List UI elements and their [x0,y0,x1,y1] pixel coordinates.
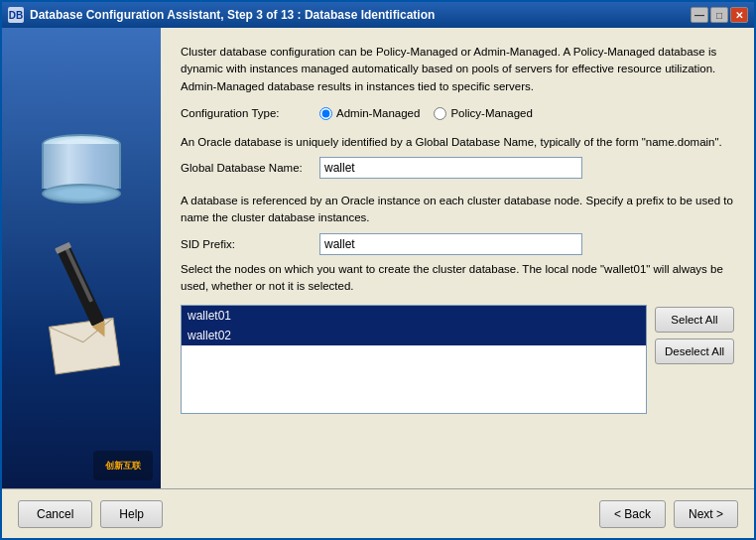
cancel-button[interactable]: Cancel [18,500,92,528]
sid-input[interactable] [319,233,582,255]
right-panel: Cluster database configuration can be Po… [161,28,754,488]
main-window: DB Database Configuration Assistant, Ste… [0,0,756,540]
app-icon: DB [8,7,24,23]
database-graphic [42,134,121,194]
policy-managed-option[interactable]: Policy-Managed [434,107,532,120]
left-panel: 创新互联 [2,28,161,488]
help-button[interactable]: Help [100,500,163,528]
list-item[interactable]: wallet02 [182,326,646,345]
footer-left-buttons: Cancel Help [18,500,163,528]
nodes-section: wallet01 wallet02 Select All Deselect Al… [181,305,734,478]
maximize-button[interactable]: □ [710,7,728,23]
global-db-row: Global Database Name: [181,157,734,179]
svg-rect-0 [50,318,120,374]
select-all-button[interactable]: Select All [655,307,734,333]
sid-row: SID Prefix: [181,233,734,255]
left-panel-image [12,99,151,417]
sid-description: A database is referenced by an Oracle in… [181,193,734,227]
watermark: 创新互联 [93,451,153,480]
nodes-description: Select the nodes on which you want to cr… [181,261,734,296]
close-button[interactable]: ✕ [730,7,748,23]
svg-rect-3 [57,244,105,327]
config-type-label: Configuration Type: [181,107,319,119]
deselect-all-button[interactable]: Deselect All [655,338,734,364]
nodes-list-container: wallet01 wallet02 [181,305,647,478]
window-title: Database Configuration Assistant, Step 3… [30,8,691,22]
config-type-radio-group: Admin-Managed Policy-Managed [319,107,533,120]
policy-managed-label: Policy-Managed [450,107,532,119]
policy-managed-radio[interactable] [434,107,446,120]
admin-managed-radio[interactable] [319,107,332,120]
footer: Cancel Help < Back Next > [2,488,754,538]
admin-managed-option[interactable]: Admin-Managed [319,107,420,120]
footer-right-buttons: < Back Next > [599,500,738,528]
content-area: 创新互联 Cluster database configuration can … [2,28,754,488]
global-db-input[interactable] [319,157,582,179]
pen-graphic [22,223,141,382]
next-button[interactable]: Next > [674,500,738,528]
back-button[interactable]: < Back [599,500,666,528]
global-db-description: An Oracle database is uniquely identifie… [181,134,734,151]
intro-description: Cluster database configuration can be Po… [181,44,734,95]
nodes-list[interactable]: wallet01 wallet02 [181,305,647,414]
cylinder-bottom [42,184,121,203]
titlebar: DB Database Configuration Assistant, Ste… [2,2,754,28]
cylinder-body [42,144,121,189]
list-item[interactable]: wallet01 [182,306,646,326]
nodes-buttons: Select All Deselect All [655,305,734,478]
window-controls: — □ ✕ [691,7,748,23]
config-type-row: Configuration Type: Admin-Managed Policy… [181,107,734,120]
minimize-button[interactable]: — [691,7,708,23]
admin-managed-label: Admin-Managed [336,107,420,119]
sid-label: SID Prefix: [181,238,319,250]
global-db-label: Global Database Name: [181,162,319,174]
